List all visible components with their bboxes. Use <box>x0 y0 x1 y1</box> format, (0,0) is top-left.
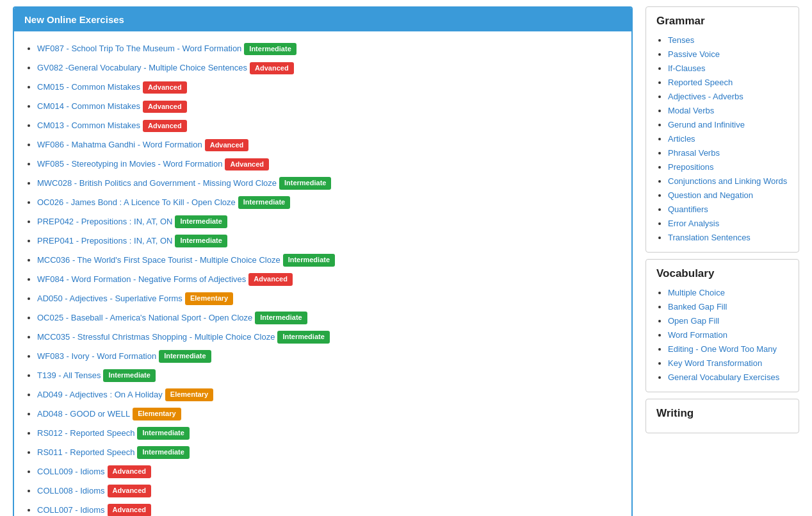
exercise-link[interactable]: OC025 - Baseball - America's National Sp… <box>37 313 252 322</box>
list-item: WF084 - Word Formation - Negative Forms … <box>37 270 626 289</box>
list-item: GV082 -General Vocabulary - Multiple Cho… <box>37 58 626 78</box>
list-item: OC026 - James Bond : A Licence To Kill -… <box>37 193 626 212</box>
list-item: WF087 - School Trip To The Museum - Word… <box>37 39 626 58</box>
grammar-link[interactable]: Quantifiers <box>668 204 708 214</box>
grammar-link[interactable]: Passive Voice <box>668 49 720 59</box>
grammar-item: Articles <box>668 131 788 146</box>
list-item: COLL008 - IdiomsAdvanced <box>37 481 626 501</box>
grammar-link[interactable]: Articles <box>668 134 695 144</box>
list-item: MCC036 - The World's First Space Tourist… <box>37 251 626 270</box>
exercise-link[interactable]: CM014 - Common Mistakes <box>37 101 140 111</box>
grammar-link[interactable]: Question and Negation <box>668 190 753 200</box>
exercise-link[interactable]: RS012 - Reported Speech <box>37 428 134 438</box>
exercise-link[interactable]: PREP042 - Prepositions : IN, AT, ON <box>37 217 172 226</box>
list-item: COLL007 - IdiomsAdvanced <box>37 501 626 516</box>
level-badge: Intermediate <box>175 215 227 228</box>
grammar-link[interactable]: Conjunctions and Linking Words <box>668 176 787 186</box>
exercise-link[interactable]: GV082 -General Vocabulary - Multiple Cho… <box>37 63 247 72</box>
vocabulary-item: Editing - One Word Too Many <box>668 342 788 356</box>
grammar-link[interactable]: Adjectives - Adverbs <box>668 92 743 101</box>
exercise-link[interactable]: WF083 - Ivory - Word Formation <box>37 351 156 361</box>
grammar-item: Modal Verbs <box>668 103 788 117</box>
level-badge: Advanced <box>108 504 152 516</box>
vocabulary-title: Vocabulary <box>656 267 788 280</box>
sidebar: Grammar TensesPassive VoiceIf-ClausesRep… <box>646 6 799 516</box>
grammar-link[interactable]: Translation Sentences <box>668 233 751 242</box>
list-item: CM014 - Common MistakesAdvanced <box>37 97 626 116</box>
grammar-link[interactable]: Tenses <box>668 35 694 45</box>
grammar-link[interactable]: Phrasal Verbs <box>668 148 720 158</box>
exercise-link[interactable]: MCC035 - Stressful Christmas Shopping - … <box>37 332 275 342</box>
main-panel: New Online Exercises WF087 - School Trip… <box>13 6 633 516</box>
level-badge: Elementary <box>165 388 213 401</box>
list-item: T139 - All TensesIntermediate <box>37 366 626 385</box>
vocabulary-item: General Vocabulary Exercises <box>668 370 788 384</box>
list-item: WF083 - Ivory - Word FormationIntermedia… <box>37 347 626 366</box>
exercise-link[interactable]: COLL007 - Idioms <box>37 505 105 515</box>
grammar-item: Error Analysis <box>668 216 788 230</box>
vocabulary-link[interactable]: Open Gap Fill <box>668 316 719 326</box>
exercise-link[interactable]: RS011 - Reported Speech <box>37 447 134 457</box>
level-badge: Intermediate <box>137 427 189 439</box>
grammar-link[interactable]: Modal Verbs <box>668 106 714 115</box>
list-item: WF085 - Stereotyping in Movies - Word Fo… <box>37 154 626 174</box>
vocabulary-link[interactable]: Editing - One Word Too Many <box>668 344 777 354</box>
level-badge: Elementary <box>133 408 181 420</box>
exercise-link[interactable]: T139 - All Tenses <box>37 370 101 380</box>
level-badge: Advanced <box>143 81 187 94</box>
exercise-link[interactable]: MWC028 - British Politics and Government… <box>37 178 277 188</box>
writing-section: Writing <box>646 399 799 433</box>
exercise-link[interactable]: AD050 - Adjectives - Superlative Forms <box>37 294 183 303</box>
list-item: RS012 - Reported SpeechIntermediate <box>37 424 626 443</box>
list-item: AD048 - GOOD or WELLElementary <box>37 404 626 424</box>
level-badge: Intermediate <box>137 446 189 458</box>
grammar-link[interactable]: If-Clauses <box>668 63 706 73</box>
grammar-item: Reported Speech <box>668 75 788 89</box>
exercise-link[interactable]: AD049 - Adjectives : On A Holiday <box>37 390 163 399</box>
exercise-link[interactable]: AD048 - GOOD or WELL <box>37 409 130 419</box>
grammar-item: Quantifiers <box>668 202 788 216</box>
level-badge: Advanced <box>143 120 187 132</box>
exercise-link[interactable]: WF084 - Word Formation - Negative Forms … <box>37 274 246 284</box>
exercise-link[interactable]: WF087 - School Trip To The Museum - Word… <box>37 44 241 53</box>
vocabulary-item: Multiple Choice <box>668 285 788 299</box>
list-item: WF086 - Mahatma Gandhi - Word FormationA… <box>37 135 626 154</box>
level-badge: Intermediate <box>244 43 296 55</box>
level-badge: Advanced <box>250 62 294 74</box>
exercise-link[interactable]: WF085 - Stereotyping in Movies - Word Fo… <box>37 159 222 169</box>
level-badge: Intermediate <box>279 177 331 189</box>
exercise-link[interactable]: WF086 - Mahatma Gandhi - Word Formation <box>37 140 202 149</box>
vocabulary-link[interactable]: Multiple Choice <box>668 288 725 297</box>
list-item: AD049 - Adjectives : On A HolidayElement… <box>37 385 626 404</box>
vocabulary-item: Open Gap Fill <box>668 313 788 328</box>
exercise-link[interactable]: OC026 - James Bond : A Licence To Kill -… <box>37 197 236 207</box>
list-item: MWC028 - British Politics and Government… <box>37 174 626 193</box>
exercise-link[interactable]: COLL009 - Idioms <box>37 467 105 476</box>
exercise-link[interactable]: CM015 - Common Mistakes <box>37 82 140 92</box>
grammar-link[interactable]: Gerund and Infinitive <box>668 120 745 129</box>
vocabulary-item: Key Word Transformation <box>668 356 788 370</box>
exercise-link[interactable]: PREP041 - Prepositions : IN, AT, ON <box>37 236 172 246</box>
exercise-link[interactable]: MCC036 - The World's First Space Tourist… <box>37 255 280 265</box>
grammar-link[interactable]: Prepositions <box>668 162 714 172</box>
grammar-link[interactable]: Error Analysis <box>668 219 719 228</box>
list-item: COLL009 - IdiomsAdvanced <box>37 462 626 481</box>
exercises-title: New Online Exercises <box>24 14 124 25</box>
grammar-item: Translation Sentences <box>668 230 788 244</box>
exercise-link[interactable]: COLL008 - Idioms <box>37 486 105 495</box>
exercises-header: New Online Exercises <box>14 8 631 31</box>
vocabulary-link[interactable]: Banked Gap Fill <box>668 302 727 312</box>
level-badge: Advanced <box>248 273 293 285</box>
list-item: PREP041 - Prepositions : IN, AT, ONInter… <box>37 231 626 251</box>
level-badge: Intermediate <box>103 369 155 381</box>
level-badge: Intermediate <box>159 350 211 362</box>
grammar-item: Adjectives - Adverbs <box>668 89 788 103</box>
vocabulary-link[interactable]: Key Word Transformation <box>668 358 762 368</box>
vocabulary-link[interactable]: General Vocabulary Exercises <box>668 372 779 382</box>
exercise-link[interactable]: CM013 - Common Mistakes <box>37 121 140 130</box>
grammar-item: Prepositions <box>668 160 788 174</box>
vocabulary-link[interactable]: Word Formation <box>668 330 727 340</box>
exercises-list: WF087 - School Trip To The Museum - Word… <box>14 31 631 516</box>
grammar-link[interactable]: Reported Speech <box>668 78 733 87</box>
grammar-item: Gerund and Infinitive <box>668 117 788 131</box>
